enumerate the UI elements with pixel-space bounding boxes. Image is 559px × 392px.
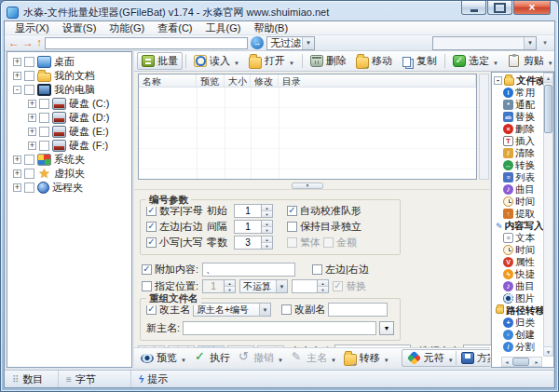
spin-up-icon[interactable] [225, 280, 235, 287]
chevron-down-icon[interactable] [384, 353, 389, 364]
spin-up-icon[interactable] [262, 205, 272, 211]
tree-checkbox[interactable] [24, 169, 34, 179]
spin-down-icon[interactable] [262, 227, 272, 233]
name-mode-dropdown[interactable]: 原主名+编号 [193, 303, 271, 317]
collapse-icon[interactable] [13, 86, 21, 94]
traditional-checkbox[interactable]: 繁体 [287, 236, 320, 250]
expand-icon[interactable] [13, 72, 21, 80]
append-input[interactable] [202, 263, 295, 277]
expand-icon[interactable] [13, 155, 21, 164]
collapse-panel-button[interactable] [292, 182, 323, 189]
expand-icon[interactable] [13, 183, 21, 192]
tree-item-drive-c[interactable]: 硬盘 (C:) [7, 97, 131, 111]
checkbox-icon[interactable] [146, 222, 157, 232]
minimize-button[interactable] [461, 1, 486, 15]
tree-item-my-computer[interactable]: 我的电脑 [7, 83, 131, 97]
chevron-down-icon[interactable] [548, 56, 553, 67]
copy-button[interactable]: 复制 [397, 52, 442, 70]
preview-button[interactable]: 预览 [138, 350, 189, 366]
transfer-button[interactable]: 转移 [341, 350, 392, 367]
ext-name-input[interactable] [328, 303, 388, 317]
menu-view[interactable]: 查看(C) [151, 21, 198, 35]
checkbox-icon[interactable] [142, 281, 152, 291]
new-name-input[interactable] [183, 321, 376, 335]
tree-item-remote-folders[interactable]: 远程夹 [7, 181, 131, 195]
checkbox-icon[interactable] [146, 206, 157, 216]
checkbox-icon[interactable] [146, 304, 157, 315]
scroll-right-icon[interactable] [532, 358, 541, 366]
checkbox-icon[interactable] [281, 304, 292, 315]
tree-item-virtual-folders[interactable]: ★ 虚拟夹 [7, 167, 131, 181]
chevron-down-icon[interactable] [493, 56, 498, 67]
path-dropdown[interactable] [432, 36, 537, 50]
tree-item-drive-f[interactable]: 硬盘 (F:) [7, 139, 131, 153]
chevron-down-icon[interactable] [289, 56, 294, 67]
select-button[interactable]: 选定 [448, 52, 503, 70]
menu-tools[interactable]: 工具(G) [199, 21, 248, 35]
checkbox-icon[interactable] [142, 264, 152, 275]
tree-checkbox[interactable] [39, 113, 49, 123]
spin-up-icon[interactable] [318, 280, 328, 287]
tree-checkbox[interactable] [39, 127, 49, 137]
auto-align-checkbox[interactable]: 自动校准队形 [287, 204, 361, 218]
tree-checkbox[interactable] [24, 155, 34, 165]
undo-button[interactable]: 撤销 [235, 350, 286, 366]
tree-checkbox[interactable] [24, 85, 34, 95]
open-button[interactable]: 打开 [244, 52, 299, 71]
replace-checkbox[interactable]: 替换 [333, 279, 366, 293]
symbol-button[interactable]: 元符 [404, 350, 447, 366]
chevron-down-icon[interactable] [278, 353, 283, 364]
toolbar-overflow-icon[interactable] [539, 36, 551, 49]
tree-item-desktop[interactable]: 桌面 [7, 55, 131, 69]
ext-name-checkbox[interactable]: 改副名 [281, 303, 325, 317]
chevron-down-icon[interactable] [276, 280, 287, 292]
maximize-button[interactable] [487, 1, 512, 15]
tree-item-my-documents[interactable]: 我的文档 [7, 69, 131, 83]
scroll-left-icon[interactable] [502, 358, 511, 366]
spin-down-icon[interactable] [318, 287, 328, 292]
left-right-checkbox[interactable]: 左边|右边 [146, 220, 204, 234]
address-input[interactable] [45, 37, 248, 49]
chevron-down-icon[interactable] [524, 37, 536, 49]
column-name[interactable]: 名称 [139, 74, 197, 87]
checkbox-icon[interactable] [323, 237, 334, 248]
chevron-down-icon[interactable] [302, 37, 314, 49]
checkbox-icon[interactable] [287, 222, 297, 232]
checkbox-icon[interactable] [312, 264, 322, 275]
scrollbar-thumb[interactable] [544, 85, 552, 133]
chevron-down-icon[interactable] [234, 56, 239, 67]
back-arrow-icon[interactable]: ← [8, 37, 20, 49]
case-checkbox[interactable]: 小写|大写 [146, 236, 204, 250]
close-button[interactable] [513, 1, 551, 15]
initial-input[interactable] [234, 204, 262, 218]
checkbox-icon[interactable] [287, 206, 297, 216]
tree-item-drive-e[interactable]: 硬盘 (E:) [7, 125, 131, 139]
chevron-down-icon[interactable] [259, 304, 270, 316]
spin-down-icon[interactable] [225, 287, 235, 292]
checkbox-icon[interactable] [146, 237, 157, 248]
new-name-dropdown-button[interactable] [379, 321, 394, 335]
column-modified[interactable]: 修改 [251, 74, 279, 87]
chevron-down-icon[interactable] [181, 353, 186, 364]
right-panel-horizontal-scrollbar[interactable] [501, 357, 542, 367]
column-size[interactable]: 大小 [225, 74, 251, 87]
expand-icon[interactable] [28, 128, 36, 136]
move-button[interactable]: 移动 [351, 52, 397, 71]
up-arrow-icon[interactable]: ↑ [36, 37, 42, 49]
menu-settings[interactable]: 设置(S) [56, 21, 103, 35]
zeros-input[interactable] [234, 236, 262, 250]
menu-display[interactable]: 显示(X) [8, 21, 56, 35]
expand-icon[interactable] [28, 100, 36, 108]
scrollbar-thumb[interactable] [512, 358, 529, 366]
expand-icon[interactable] [13, 169, 21, 178]
operation-dropdown[interactable]: 不运算 [239, 279, 288, 293]
amount-checkbox[interactable]: 金额 [323, 236, 357, 250]
spin-up-icon[interactable] [262, 237, 272, 243]
execute-button[interactable]: 执行 [191, 350, 233, 366]
delete-button[interactable]: 删除 [306, 52, 351, 70]
forward-arrow-icon[interactable]: → [22, 37, 34, 49]
menu-functions[interactable]: 功能(G) [102, 21, 151, 35]
clipboard-button[interactable]: 剪贴 [503, 52, 554, 70]
keep-dir-checkbox[interactable]: 保持目录独立 [287, 220, 361, 234]
tree-checkbox[interactable] [24, 182, 34, 193]
